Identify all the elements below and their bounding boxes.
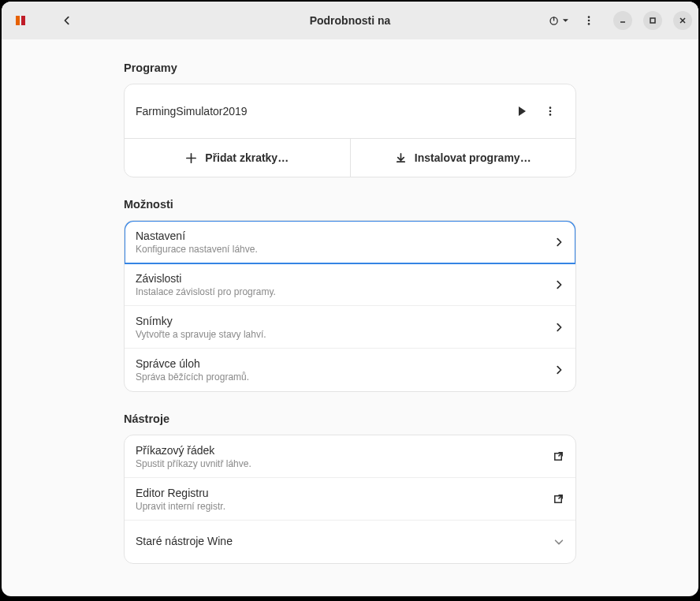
chevron-right-icon [553, 364, 564, 375]
install-programs-button[interactable]: Instalovat programy… [351, 139, 576, 177]
header-bar: Podrobnosti na [2, 2, 698, 39]
plus-icon [185, 152, 197, 164]
svg-rect-8 [650, 18, 655, 23]
app-window: Podrobnosti na Programy [2, 2, 698, 596]
registry-editor-row[interactable]: Editor Registru Upravit interní registr. [125, 478, 575, 521]
tools-section: Nástroje Příkazový řádek Spustit příkazy… [124, 412, 576, 564]
back-button[interactable] [54, 7, 80, 34]
chevron-right-icon [553, 237, 564, 248]
header-controls [545, 7, 692, 34]
row-subtitle: Vytvořte a spravuje stavy lahví. [136, 329, 553, 340]
main-content: Programy FarmingSimulator2019 Přidat zkr… [2, 39, 698, 596]
command-line-row[interactable]: Příkazový řádek Spustit příkazy uvnitř l… [125, 435, 575, 478]
chevron-left-icon [61, 15, 73, 26]
options-title: Možnosti [124, 198, 576, 211]
row-subtitle: Spustit příkazy uvnitř láhve. [136, 458, 553, 469]
external-link-icon [553, 450, 564, 462]
chevron-down-icon [553, 536, 564, 547]
play-icon [516, 105, 528, 118]
row-title: Závislosti [136, 272, 553, 285]
download-icon [395, 152, 407, 164]
add-shortcuts-button[interactable]: Přidat zkratky… [125, 139, 351, 177]
chevron-right-icon [553, 322, 564, 333]
power-icon [549, 15, 559, 27]
row-subtitle: Konfigurace nastavení láhve. [136, 244, 553, 255]
install-programs-label: Instalovat programy… [415, 151, 531, 164]
legacy-wine-tools-row[interactable]: Staré nástroje Wine [125, 521, 575, 563]
kebab-icon [583, 15, 594, 26]
app-logo-icon [14, 14, 27, 27]
svg-rect-1 [21, 16, 25, 25]
row-text: Správce úloh Správa běžících programů. [136, 357, 553, 383]
program-item: FarmingSimulator2019 [125, 84, 575, 138]
row-title: Snímky [136, 315, 553, 327]
programs-title: Programy [124, 62, 576, 74]
svg-point-10 [549, 110, 552, 113]
snapshots-row[interactable]: Snímky Vytvořte a spravuje stavy lahví. [125, 306, 575, 349]
svg-point-5 [588, 20, 590, 22]
row-subtitle: Upravit interní registr. [136, 501, 553, 512]
svg-point-9 [549, 106, 552, 109]
options-section: Možnosti Nastavení Konfigurace nastavení… [124, 198, 576, 392]
tools-card: Příkazový řádek Spustit příkazy uvnitř l… [124, 435, 576, 564]
row-text: Snímky Vytvořte a spravuje stavy lahví. [136, 315, 553, 340]
settings-row[interactable]: Nastavení Konfigurace nastavení láhve. [125, 221, 575, 263]
row-title: Staré nástroje Wine [136, 535, 553, 547]
kebab-menu-button[interactable] [575, 7, 602, 34]
dependencies-row[interactable]: Závislosti Instalace závislostí pro prog… [125, 263, 575, 306]
svg-point-4 [588, 16, 590, 18]
options-card: Nastavení Konfigurace nastavení láhve. Z… [124, 220, 576, 392]
window-title: Podrobnosti na [310, 14, 391, 27]
row-text: Staré nástroje Wine [136, 535, 553, 549]
row-text: Závislosti Instalace závislostí pro prog… [136, 272, 553, 297]
minimize-icon [619, 17, 627, 24]
row-text: Nastavení Konfigurace nastavení láhve. [136, 230, 553, 255]
close-button[interactable] [673, 11, 692, 30]
play-button[interactable] [508, 97, 536, 125]
row-title: Nastavení [136, 230, 553, 242]
row-text: Editor Registru Upravit interní registr. [136, 487, 553, 512]
power-menu-button[interactable] [545, 7, 572, 34]
row-subtitle: Správa běžících programů. [136, 371, 553, 383]
svg-rect-0 [16, 16, 20, 25]
minimize-button[interactable] [613, 11, 632, 30]
programs-section: Programy FarmingSimulator2019 Přidat zkr… [124, 62, 576, 177]
maximize-button[interactable] [643, 11, 662, 30]
task-manager-row[interactable]: Správce úloh Správa běžících programů. [125, 349, 575, 391]
maximize-icon [649, 17, 657, 24]
program-name: FarmingSimulator2019 [136, 105, 508, 118]
row-subtitle: Instalace závislostí pro programy. [136, 286, 553, 297]
svg-point-11 [549, 114, 552, 116]
kebab-icon [545, 106, 556, 117]
tools-title: Nástroje [124, 412, 576, 425]
row-text: Příkazový řádek Spustit příkazy uvnitř l… [136, 444, 553, 469]
external-link-icon [553, 493, 564, 505]
row-title: Příkazový řádek [136, 444, 553, 457]
row-title: Správce úloh [136, 357, 553, 370]
add-shortcuts-label: Přidat zkratky… [205, 151, 289, 164]
triangle-down-icon [562, 17, 569, 24]
row-title: Editor Registru [136, 487, 553, 499]
program-menu-button[interactable] [536, 97, 564, 125]
program-actions: Přidat zkratky… Instalovat programy… [125, 138, 575, 177]
svg-point-6 [588, 23, 590, 25]
chevron-right-icon [553, 279, 564, 290]
close-icon [679, 17, 687, 24]
programs-card: FarmingSimulator2019 Přidat zkratky… [124, 84, 576, 177]
